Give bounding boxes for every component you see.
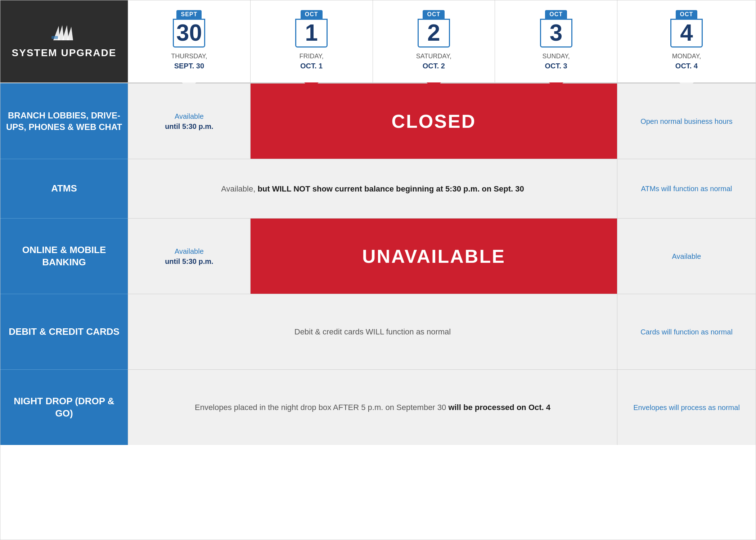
- main-grid: SYSTEM UPGRADE SEPT 30 THURSDAY, SEPT. 3…: [0, 0, 756, 540]
- month-tab-1: SEPT: [176, 10, 202, 19]
- svg-rect-4: [51, 36, 58, 39]
- calendar-body-3: 2: [418, 19, 450, 48]
- calendar-oct2: OCT 2: [418, 10, 450, 48]
- month-tab-3: OCT: [423, 10, 445, 19]
- row-label-debit: DEBIT & CREDIT CARDS: [0, 294, 128, 369]
- notch-4: [549, 82, 563, 90]
- day-number-5: 4: [680, 21, 693, 44]
- day-number-4: 3: [550, 21, 563, 44]
- debit-col6: Cards will function as normal: [617, 294, 756, 369]
- date-col-3: OCT 2 SATURDAY, OCT. 2: [373, 0, 495, 83]
- online-col1: Available until 5:30 p.m.: [128, 218, 250, 294]
- branch-col6: Open normal business hours: [617, 83, 756, 159]
- calendar-body-4: 3: [540, 19, 572, 48]
- atm-data-span: Available, but WILL NOT show current bal…: [128, 159, 617, 218]
- notch-5: [679, 82, 694, 90]
- date-col-2: OCT 1 FRIDAY, OCT. 1: [250, 0, 373, 83]
- branch-col1: Available until 5:30 p.m.: [128, 83, 250, 159]
- date-col-4: OCT 3 SUNDAY, OCT. 3: [495, 0, 617, 83]
- calendar-oct1: OCT 1: [295, 10, 328, 48]
- date-label-3: SATURDAY, OCT. 2: [416, 52, 451, 71]
- calendar-body-2: 1: [295, 19, 328, 48]
- brand-icon: [50, 22, 78, 44]
- month-tab-4: OCT: [545, 10, 567, 19]
- day-number-3: 2: [427, 21, 440, 44]
- nightdrop-col6: Envelopes will process as normal: [617, 369, 756, 445]
- day-number-2: 1: [305, 21, 318, 44]
- date-label-4: SUNDAY, OCT. 3: [542, 52, 570, 71]
- row-label-online: ONLINE & MOBILE BANKING: [0, 218, 128, 294]
- row-label-nightdrop: NIGHT DROP (DROP & GO): [0, 369, 128, 445]
- atm-col6: ATMs will function as normal: [617, 159, 756, 218]
- online-col6: Available: [617, 218, 756, 294]
- day-of-week-2: FRIDAY,: [299, 53, 323, 60]
- month-tab-5: OCT: [676, 10, 698, 19]
- date-label-2: FRIDAY, OCT. 1: [299, 52, 323, 71]
- date-label-5: MONDAY, OCT. 4: [672, 52, 701, 71]
- calendar-body-5: 4: [670, 19, 703, 48]
- row-label-branch: BRANCH LOBBIES, DRIVE-UPS, PHONES & WEB …: [0, 83, 128, 159]
- calendar-sept30: SEPT 30: [173, 10, 205, 48]
- nightdrop-data-span: Envelopes placed in the night drop box A…: [128, 369, 617, 445]
- date-full-1: SEPT. 30: [171, 61, 207, 71]
- date-label-1: THURSDAY, SEPT. 30: [171, 52, 207, 71]
- date-full-5: OCT. 4: [672, 61, 701, 71]
- month-tab-2: OCT: [301, 10, 323, 19]
- date-full-2: OCT. 1: [299, 61, 323, 71]
- branch-closed-cell: CLOSED: [250, 83, 617, 159]
- day-of-week-5: MONDAY,: [672, 53, 701, 60]
- notch-3: [427, 82, 441, 90]
- notch-2: [304, 82, 319, 90]
- date-col-1: SEPT 30 THURSDAY, SEPT. 30: [128, 0, 250, 83]
- logo-cell: SYSTEM UPGRADE: [0, 0, 128, 83]
- debit-data-span: Debit & credit cards WILL function as no…: [128, 294, 617, 369]
- day-of-week-1: THURSDAY,: [171, 53, 207, 60]
- logo-title: SYSTEM UPGRADE: [12, 47, 117, 59]
- online-unavailable-cell: UNAVAILABLE: [250, 218, 617, 294]
- day-of-week-4: SUNDAY,: [542, 53, 570, 60]
- date-full-4: OCT. 3: [542, 61, 570, 71]
- date-col-5: OCT 4 MONDAY, OCT. 4: [617, 0, 756, 83]
- notch-1: [182, 82, 196, 90]
- day-number-1: 30: [176, 21, 202, 44]
- calendar-oct3: OCT 3: [540, 10, 572, 48]
- date-full-3: OCT. 2: [416, 61, 451, 71]
- row-label-atms: ATMs: [0, 159, 128, 218]
- day-of-week-3: SATURDAY,: [416, 53, 451, 60]
- calendar-body-1: 30: [173, 19, 205, 48]
- calendar-oct4: OCT 4: [670, 10, 703, 48]
